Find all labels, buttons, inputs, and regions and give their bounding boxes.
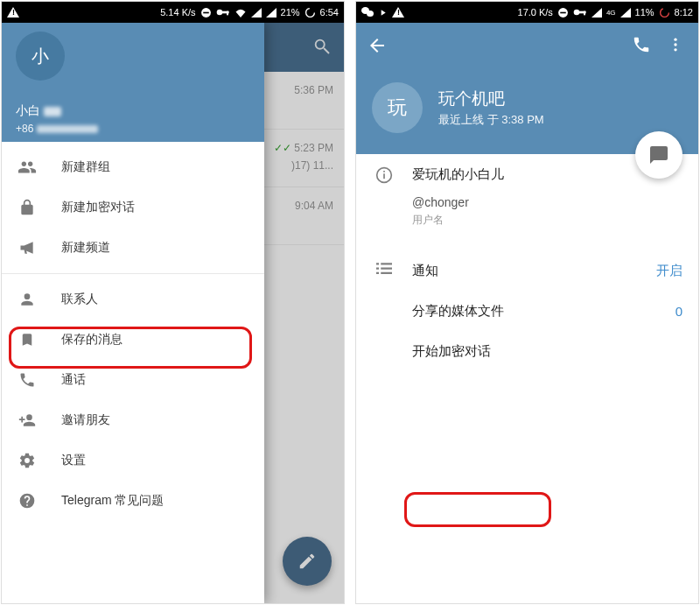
setting-value: 0 <box>676 304 682 319</box>
left-screenshot: ! 5.14 K/s 21% 6:54 5:36 PM ✓✓ 5:23 PM )… <box>1 1 345 604</box>
call-button[interactable] <box>632 35 651 58</box>
signal-icon <box>251 8 262 18</box>
svg-rect-1 <box>203 11 209 13</box>
svg-rect-17 <box>376 263 379 264</box>
more-menu-button[interactable] <box>667 35 684 58</box>
menu-saved-messages[interactable]: 保存的消息 <box>2 320 264 360</box>
drawer-username: 小白 <box>16 103 61 119</box>
network-speed: 5.14 K/s <box>160 7 195 18</box>
profile-avatar[interactable]: 玩 <box>372 82 423 133</box>
profile-last-seen: 最近上线 于 3:38 PM <box>438 112 544 128</box>
battery-percent: 11% <box>635 7 654 18</box>
svg-point-8 <box>574 10 580 16</box>
megaphone-icon <box>18 238 37 257</box>
setting-label: 通知 <box>412 263 656 279</box>
person-add-icon <box>18 411 37 430</box>
info-icon <box>375 166 393 228</box>
network-speed: 17.0 K/s <box>518 7 553 18</box>
menu-label: 通话 <box>61 372 86 388</box>
drawer-scrim[interactable] <box>264 23 344 603</box>
menu-calls[interactable]: 通话 <box>2 360 264 400</box>
svg-rect-19 <box>376 268 379 270</box>
network-type: 4G <box>606 9 616 17</box>
svg-point-13 <box>674 43 676 46</box>
svg-point-2 <box>216 10 222 16</box>
menu-label: 邀请朋友 <box>61 412 110 428</box>
shared-media-row[interactable]: 分享的媒体文件 0 <box>356 291 698 331</box>
user-avatar[interactable]: 小 <box>16 32 65 81</box>
menu-new-group[interactable]: 新建群组 <box>2 147 264 187</box>
group-icon <box>18 158 37 177</box>
wechat-icon <box>361 7 374 18</box>
signal-icon <box>592 8 602 18</box>
phone-icon <box>18 370 37 390</box>
menu-new-channel[interactable]: 新建频道 <box>2 228 264 268</box>
back-button[interactable] <box>367 35 388 60</box>
drawer-menu: 新建群组 新建加密对话 新建频道 联系人 保存的消息 通话 <box>2 142 264 521</box>
menu-label: Telegram 常见问题 <box>61 493 164 509</box>
gear-icon <box>18 451 37 470</box>
dnd-icon <box>557 7 569 18</box>
navigation-drawer: 小 小白 +86 新建群组 新建加密对话 新建频道 联系人 <box>2 23 264 603</box>
menu-invite-friends[interactable]: 邀请朋友 <box>2 400 264 440</box>
setting-label: 分享的媒体文件 <box>412 303 676 320</box>
svg-rect-22 <box>381 272 392 274</box>
message-fab[interactable] <box>635 131 682 179</box>
setting-label: 开始加密对话 <box>412 343 682 360</box>
svg-point-14 <box>674 48 676 51</box>
notifications-row[interactable]: 通知 开启 <box>356 250 698 291</box>
clock-ring-icon <box>659 7 670 18</box>
svg-rect-20 <box>381 268 392 270</box>
svg-rect-10 <box>584 11 585 16</box>
menu-faq[interactable]: Telegram 常见问题 <box>2 481 264 521</box>
avatar-letter: 玩 <box>388 95 407 121</box>
signal-icon-2 <box>620 8 631 18</box>
mute-play-icon <box>378 8 388 18</box>
statusbar: ! 5.14 K/s 21% 6:54 <box>2 2 344 23</box>
menu-label: 新建群组 <box>61 159 110 175</box>
svg-rect-16 <box>383 171 385 172</box>
info-username-label: 用户名 <box>412 213 682 228</box>
menu-divider <box>2 273 264 274</box>
svg-point-12 <box>674 39 676 41</box>
battery-percent: 21% <box>281 7 300 18</box>
clock-ring-icon <box>304 7 316 18</box>
menu-settings[interactable]: 设置 <box>2 440 264 481</box>
setting-value: 开启 <box>656 263 682 279</box>
warning-triangle-icon: ! <box>7 7 19 18</box>
vpn-key-icon <box>573 8 587 17</box>
svg-rect-15 <box>383 173 385 179</box>
warning-triangle-icon: ! <box>392 7 404 18</box>
statusbar: ! 17.0 K/s 4G 11% 8:12 <box>356 2 698 23</box>
profile-content: 爱玩机的小白儿 @chonger 用户名 通知 开启 分享的媒体文件 0 开始加… <box>356 154 698 603</box>
svg-point-5 <box>305 8 314 17</box>
info-username[interactable]: @chonger <box>412 195 682 209</box>
menu-label: 设置 <box>61 453 86 468</box>
signal-icon-2 <box>266 8 276 18</box>
menu-label: 新建频道 <box>61 240 110 256</box>
menu-contacts[interactable]: 联系人 <box>2 279 264 320</box>
vpn-key-icon <box>216 8 230 17</box>
menu-label: 联系人 <box>61 292 98 307</box>
drawer-header[interactable]: 小 小白 +86 <box>2 23 264 142</box>
start-secret-chat-row[interactable]: 开始加密对话 <box>356 331 698 371</box>
drawer-phone: +86 <box>16 123 98 135</box>
svg-rect-4 <box>227 11 228 16</box>
menu-label: 保存的消息 <box>61 332 122 348</box>
lock-icon <box>18 198 37 217</box>
help-icon <box>18 491 37 510</box>
wifi-icon <box>234 8 247 18</box>
menu-new-secret-chat[interactable]: 新建加密对话 <box>2 187 264 228</box>
right-screenshot: ! 17.0 K/s 4G 11% 8:12 玩 玩个机吧 最近上线 于 3:3… <box>355 1 699 604</box>
profile-title: 玩个机吧 <box>438 88 505 110</box>
svg-rect-18 <box>381 263 392 264</box>
clock-time: 8:12 <box>675 7 693 18</box>
person-icon <box>18 290 37 309</box>
bookmark-icon <box>18 330 37 349</box>
dnd-icon <box>200 7 212 18</box>
list-icon <box>376 263 392 278</box>
clock-time: 6:54 <box>320 7 339 18</box>
svg-point-11 <box>660 8 668 17</box>
menu-label: 新建加密对话 <box>61 200 135 215</box>
svg-rect-21 <box>376 272 379 274</box>
